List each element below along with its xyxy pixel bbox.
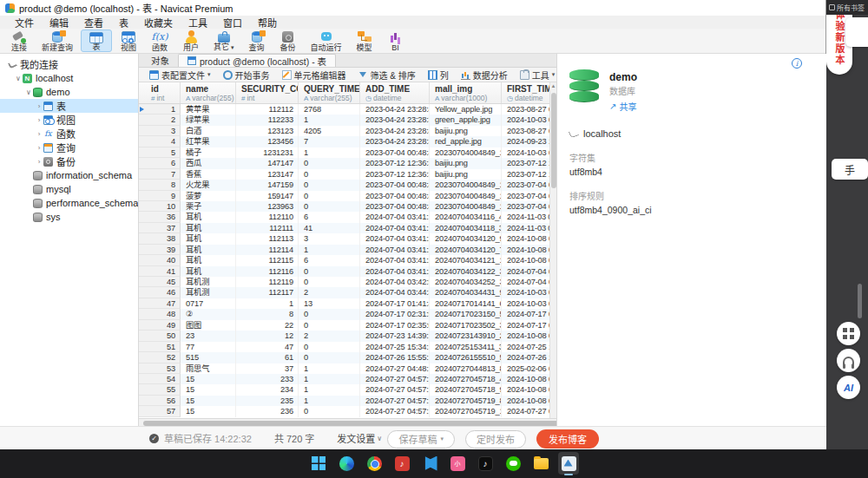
sidebar-item-函数[interactable]: ›fx函数 xyxy=(0,127,138,141)
cell-mall_img[interactable]: 20240717014141_6145.p xyxy=(430,298,502,309)
cell-ADD_TIME[interactable]: 2023-07-12 12:36:32 xyxy=(360,158,430,168)
cell-name[interactable]: 15 xyxy=(181,384,236,395)
toolbar-button-bi[interactable]: BI xyxy=(381,29,411,52)
column-header-ADD_TIME[interactable]: ADD_TIME◷datetime xyxy=(360,82,430,103)
cell-SECURITY_CODE[interactable]: 233 xyxy=(236,374,299,384)
share-link[interactable]: ↗共享 xyxy=(609,100,637,113)
tree-expand-icon[interactable]: › xyxy=(35,102,43,110)
toolbar-button-user[interactable]: 用户 xyxy=(176,29,206,52)
cell-id[interactable]: 3 xyxy=(139,126,181,136)
cell-name[interactable]: 白酒 xyxy=(181,126,236,136)
sidebar-item-localhost[interactable]: ∨Nlocalhost xyxy=(0,71,138,85)
window-titlebar[interactable]: product @demo (localhost) - 表 - Navicat … xyxy=(0,0,825,16)
vertical-scrollbar[interactable]: ▲ xyxy=(549,82,556,418)
cell-name[interactable]: 绿苹果 xyxy=(181,115,236,125)
ai-assistant-button[interactable]: AI xyxy=(837,376,860,399)
cell-QUERY_TIMES[interactable]: 0 xyxy=(299,266,360,277)
save-draft-button[interactable]: 保存草稿▾ xyxy=(387,430,455,449)
cell-QUERY_TIMES[interactable]: 0 xyxy=(299,158,360,168)
cell-ADD_TIME[interactable]: 2024-07-26 15:55:10 xyxy=(360,352,430,363)
cell-SECURITY_CODE[interactable]: 236 xyxy=(236,406,299,416)
cell-SECURITY_CODE[interactable]: 147147 xyxy=(236,158,299,168)
cell-SECURITY_CODE[interactable]: 112114 xyxy=(236,245,299,255)
tree-expand-icon[interactable]: › xyxy=(35,158,43,166)
cell-ADD_TIME[interactable]: 2023-07-04 00:48:49 xyxy=(360,191,430,201)
cell-ADD_TIME[interactable]: 2024-07-23 14:39:10 xyxy=(360,331,430,341)
cell-id[interactable]: 9 xyxy=(139,191,181,201)
cell-mall_img[interactable]: 20230704004849_1544.p xyxy=(430,201,502,212)
taskbar-vscode-icon[interactable] xyxy=(419,452,440,475)
cell-mall_img[interactable]: 20240725153411_3789.p xyxy=(430,342,502,352)
table-toolbar-transaction[interactable]: 开始事务 xyxy=(218,69,275,82)
cell-name[interactable]: 西瓜 xyxy=(181,158,236,168)
cell-SECURITY_CODE[interactable]: 37 xyxy=(236,363,299,374)
cell-id[interactable]: 10 xyxy=(139,201,181,212)
table-toolbar-cell-editor[interactable]: 单元格编辑器 xyxy=(277,69,352,82)
taskbar-file-explorer-icon[interactable] xyxy=(530,452,551,475)
cell-id[interactable]: 57 xyxy=(139,406,181,416)
cell-SECURITY_CODE[interactable]: 61 xyxy=(236,352,299,363)
cell-name[interactable]: 15 xyxy=(181,406,236,416)
cell-id[interactable]: 55 xyxy=(139,384,181,395)
cell-id[interactable]: 40 xyxy=(139,255,181,265)
cell-QUERY_TIMES[interactable]: 4205 xyxy=(299,126,360,136)
cell-QUERY_TIMES[interactable]: 7 xyxy=(299,136,360,147)
cell-SECURITY_CODE[interactable]: 112117 xyxy=(236,287,299,298)
column-header-id[interactable]: id#int xyxy=(139,82,181,103)
cell-mall_img[interactable]: 20240727045718_4009.p xyxy=(430,374,502,384)
tab-table-view[interactable]: product @demo (localhost) - 表 xyxy=(178,54,336,67)
toolbar-button-model[interactable]: 模型 xyxy=(350,29,379,52)
cell-id[interactable]: 7 xyxy=(139,169,181,180)
page-scrollbar-thumb[interactable] xyxy=(858,284,862,318)
taskbar-tiktok-icon[interactable]: ♪ xyxy=(475,452,496,475)
cell-SECURITY_CODE[interactable]: 8 xyxy=(236,309,299,319)
sidebar-item-备份[interactable]: ›备份 xyxy=(0,154,138,168)
cell-id[interactable]: 56 xyxy=(139,396,181,406)
taskbar-pink-app-icon[interactable]: 小 xyxy=(447,452,468,475)
scroll-up-icon[interactable]: ▲ xyxy=(550,82,556,89)
taskbar-edge-icon[interactable] xyxy=(336,452,357,475)
cell-mall_img[interactable]: 20240727044813_8162.p xyxy=(430,363,502,374)
cell-QUERY_TIMES[interactable]: 0 xyxy=(299,406,360,416)
cell-id[interactable]: 47 xyxy=(139,298,181,309)
cell-id[interactable]: 41 xyxy=(139,266,181,277)
cell-SECURITY_CODE[interactable]: 112116 xyxy=(236,266,299,277)
cell-name[interactable]: 23 xyxy=(181,331,236,341)
cell-mall_img[interactable]: 20240727045719_1696.p xyxy=(430,406,502,416)
cell-ADD_TIME[interactable]: 2024-07-17 02:35:02 xyxy=(360,320,430,331)
cell-id[interactable]: 45 xyxy=(139,277,181,287)
tab-objects[interactable]: 对象 xyxy=(142,54,178,67)
toolbar-button-table[interactable]: 表 xyxy=(81,29,112,52)
table-toolbar-tools[interactable]: 工具▾ xyxy=(515,69,561,82)
cell-id[interactable]: 38 xyxy=(139,233,181,244)
sidebar-item-视图[interactable]: ›视图 xyxy=(0,113,138,127)
scheduled-publish-button[interactable]: 定时发布 xyxy=(465,430,526,449)
cell-ADD_TIME[interactable]: 2024-07-17 02:31:50 xyxy=(360,309,430,319)
table-toolbar-analyze[interactable]: 数据分析 xyxy=(456,69,513,82)
menu-item[interactable]: 表 xyxy=(111,16,136,29)
cell-id[interactable]: 36 xyxy=(139,212,181,222)
cell-ADD_TIME[interactable]: 2023-07-04 00:48:49 xyxy=(360,147,430,158)
cell-mall_img[interactable]: green_apple.jpg xyxy=(430,115,502,125)
customer-service-button[interactable] xyxy=(837,349,860,372)
toolbar-button-function[interactable]: f(x)函数 xyxy=(145,29,174,52)
cell-SECURITY_CODE[interactable]: 22 xyxy=(236,320,299,331)
cell-mall_img[interactable]: baijiu.png xyxy=(430,126,502,136)
cell-name[interactable]: 火龙果 xyxy=(181,180,236,190)
toolbar-button-connect[interactable]: 连接 xyxy=(4,29,34,52)
cell-SECURITY_CODE[interactable]: 147159 xyxy=(236,180,299,190)
cell-name[interactable]: 菠萝 xyxy=(181,191,236,201)
cell-name[interactable]: 77 xyxy=(181,342,236,352)
tree-collapse-icon[interactable]: ∨ xyxy=(24,88,33,96)
taskbar-navicat-icon[interactable] xyxy=(558,452,579,475)
cell-name[interactable]: 耳机 xyxy=(181,255,236,265)
cell-ADD_TIME[interactable]: 2024-07-17 01:41:41 xyxy=(360,298,430,309)
rail-widget[interactable] xyxy=(845,17,868,47)
bookmarks-bar[interactable]: 所有书签 xyxy=(826,0,868,15)
cell-ADD_TIME[interactable]: 2024-07-04 03:41:21 xyxy=(360,255,430,265)
cell-mall_img[interactable]: 20240704034120_9762.p xyxy=(430,233,502,244)
menu-item[interactable]: 编辑 xyxy=(42,16,76,29)
cell-QUERY_TIMES[interactable]: 0 xyxy=(299,169,360,180)
cell-QUERY_TIMES[interactable]: 0 xyxy=(299,191,360,201)
cell-mall_img[interactable]: 20240727045718_9071.p xyxy=(430,384,502,395)
